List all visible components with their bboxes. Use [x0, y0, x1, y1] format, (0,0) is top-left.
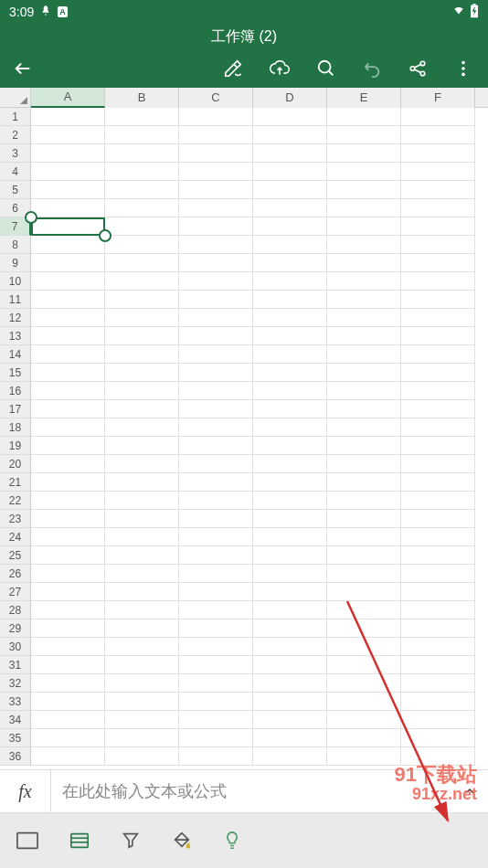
cell-A16[interactable]: [31, 382, 105, 400]
cell-C8[interactable]: [179, 236, 253, 254]
formula-input[interactable]: 在此处输入文本或公式: [51, 770, 451, 812]
cell-C1[interactable]: [179, 108, 253, 126]
cell-E2[interactable]: [327, 126, 401, 144]
fx-label[interactable]: fx: [0, 770, 51, 812]
selection-handle-top[interactable]: [25, 211, 37, 224]
cell-A10[interactable]: [31, 272, 105, 291]
cell-D34[interactable]: [253, 711, 327, 729]
cell-E16[interactable]: [327, 382, 401, 400]
cell-A25[interactable]: [31, 546, 105, 565]
cell-E7[interactable]: [327, 217, 401, 236]
cell-F13[interactable]: [401, 327, 475, 345]
cell-B35[interactable]: [105, 729, 179, 747]
cell-D35[interactable]: [253, 729, 327, 747]
cell-B1[interactable]: [105, 108, 179, 126]
cell-E33[interactable]: [327, 693, 401, 711]
cell-C36[interactable]: [179, 747, 253, 766]
row-header-25[interactable]: 25: [0, 546, 31, 565]
cell-B28[interactable]: [105, 601, 179, 619]
cell-B5[interactable]: [105, 181, 179, 199]
cell-B24[interactable]: [105, 528, 179, 546]
cell-D9[interactable]: [253, 254, 327, 272]
cell-A27[interactable]: [31, 583, 105, 601]
cell-B6[interactable]: [105, 199, 179, 217]
cell-F17[interactable]: [401, 400, 475, 418]
cell-B3[interactable]: [105, 144, 179, 163]
row-header-4[interactable]: 4: [0, 163, 31, 181]
cell-A34[interactable]: [31, 711, 105, 729]
row-header-26[interactable]: 26: [0, 565, 31, 583]
row-header-36[interactable]: 36: [0, 747, 31, 766]
cell-F34[interactable]: [401, 711, 475, 729]
cell-A35[interactable]: [31, 729, 105, 747]
cell-F14[interactable]: [401, 345, 475, 364]
cell-C24[interactable]: [179, 528, 253, 546]
cell-C3[interactable]: [179, 144, 253, 163]
cell-B4[interactable]: [105, 163, 179, 181]
cell-A3[interactable]: [31, 144, 105, 163]
cell-E4[interactable]: [327, 163, 401, 181]
cell-A8[interactable]: [31, 236, 105, 254]
row-header-33[interactable]: 33: [0, 693, 31, 711]
cell-F32[interactable]: [401, 674, 475, 693]
row-header-3[interactable]: 3: [0, 144, 31, 163]
select-all-corner[interactable]: [0, 88, 31, 108]
cell-F5[interactable]: [401, 181, 475, 199]
row-header-22[interactable]: 22: [0, 492, 31, 510]
cell-E25[interactable]: [327, 546, 401, 565]
cell-C17[interactable]: [179, 400, 253, 418]
cell-E30[interactable]: [327, 638, 401, 656]
cell-C6[interactable]: [179, 199, 253, 217]
row-header-10[interactable]: 10: [0, 272, 31, 291]
cell-A32[interactable]: [31, 674, 105, 693]
cell-C20[interactable]: [179, 455, 253, 473]
row-header-11[interactable]: 11: [0, 291, 31, 309]
cell-C26[interactable]: [179, 565, 253, 583]
cell-A1[interactable]: [31, 108, 105, 126]
cell-D20[interactable]: [253, 455, 327, 473]
cell-B33[interactable]: [105, 693, 179, 711]
cell-D17[interactable]: [253, 400, 327, 418]
row-header-29[interactable]: 29: [0, 619, 31, 638]
row-header-35[interactable]: 35: [0, 729, 31, 747]
cell-A17[interactable]: [31, 400, 105, 418]
cell-B15[interactable]: [105, 364, 179, 382]
cell-D11[interactable]: [253, 291, 327, 309]
cell-B22[interactable]: [105, 492, 179, 510]
cell-C11[interactable]: [179, 291, 253, 309]
row-header-9[interactable]: 9: [0, 254, 31, 272]
cell-F29[interactable]: [401, 619, 475, 638]
cell-F23[interactable]: [401, 510, 475, 528]
back-button[interactable]: [9, 58, 37, 79]
cell-C21[interactable]: [179, 473, 253, 492]
share-icon[interactable]: [408, 58, 428, 79]
cell-B18[interactable]: [105, 418, 179, 437]
cell-C19[interactable]: [179, 437, 253, 455]
cell-D33[interactable]: [253, 693, 327, 711]
cell-C28[interactable]: [179, 601, 253, 619]
cell-A36[interactable]: [31, 747, 105, 766]
cell-E24[interactable]: [327, 528, 401, 546]
cell-C18[interactable]: [179, 418, 253, 437]
cell-A19[interactable]: [31, 437, 105, 455]
cell-A26[interactable]: [31, 565, 105, 583]
cell-B12[interactable]: [105, 309, 179, 327]
cell-B17[interactable]: [105, 400, 179, 418]
card-view-icon[interactable]: [69, 831, 90, 850]
cell-C12[interactable]: [179, 309, 253, 327]
sheet-icon[interactable]: [16, 831, 38, 850]
cell-D4[interactable]: [253, 163, 327, 181]
cell-E28[interactable]: [327, 601, 401, 619]
cell-A6[interactable]: [31, 199, 105, 217]
cell-F28[interactable]: [401, 601, 475, 619]
cell-E35[interactable]: [327, 729, 401, 747]
cell-C34[interactable]: [179, 711, 253, 729]
cell-A29[interactable]: [31, 619, 105, 638]
cell-D1[interactable]: [253, 108, 327, 126]
cell-B30[interactable]: [105, 638, 179, 656]
cell-A2[interactable]: [31, 126, 105, 144]
cell-B29[interactable]: [105, 619, 179, 638]
cell-B36[interactable]: [105, 747, 179, 766]
cell-F6[interactable]: [401, 199, 475, 217]
cell-D26[interactable]: [253, 565, 327, 583]
